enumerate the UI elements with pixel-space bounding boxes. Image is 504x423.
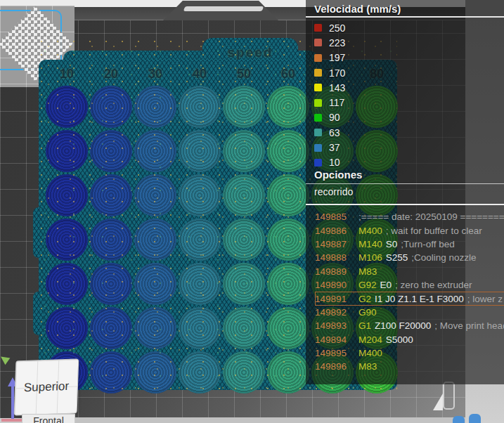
legend-item: 37 xyxy=(314,140,345,155)
plate-column-label: 40 xyxy=(179,67,221,82)
legend-color-swatch xyxy=(314,24,322,32)
speed-test-circle xyxy=(134,86,176,128)
speed-test-circle xyxy=(267,86,309,128)
gcode-token-comment: ; Move print head xyxy=(434,320,504,331)
plate-column-label: 10 xyxy=(46,67,88,82)
gcode-line[interactable]: 149895M400 xyxy=(315,346,504,360)
speed-test-circle xyxy=(46,174,88,216)
legend-color-swatch xyxy=(314,114,322,122)
gcode-line[interactable]: 149887M140S0;Turn-off bed xyxy=(315,237,504,251)
option-recorrido[interactable]: recorrido xyxy=(314,186,353,197)
speed-test-circle xyxy=(223,263,265,305)
navcube-face-front[interactable]: Frontal xyxy=(22,415,75,423)
gcode-token-cmd: G90 xyxy=(358,307,377,318)
navcube-face-top[interactable]: Superior xyxy=(15,359,79,415)
legend-item: 63 xyxy=(314,125,345,140)
speed-test-circle xyxy=(90,174,132,216)
legend-color-swatch xyxy=(314,159,322,167)
gcode-line-selected[interactable]: 149891G2I1 J0 Z1.1 E-1 F3000; lower z a xyxy=(315,292,504,305)
gcode-line[interactable]: 149896M83 xyxy=(315,360,504,373)
bottom-toolbar-icon[interactable] xyxy=(453,416,465,423)
gcode-token-comment: ; wait for buffer to clear xyxy=(386,226,482,236)
gcode-line-text: G1Z100 F20000; Move print head xyxy=(358,320,504,331)
gcode-token-cmd: M400 xyxy=(358,226,382,236)
speed-test-circle xyxy=(223,219,265,261)
gcode-line-number: 149894 xyxy=(315,334,350,345)
gcode-token-comment: ;===== date: 20250109 ========== xyxy=(358,212,504,222)
legend-color-swatch xyxy=(314,69,322,77)
legend-item: 223 xyxy=(314,35,345,50)
y-axis-arrow-icon xyxy=(0,353,10,365)
gcode-token-comment: ; zero the extruder xyxy=(395,280,472,290)
bed-front-edge xyxy=(49,417,465,423)
z-axis-arrow-icon xyxy=(11,385,14,420)
gcode-line-text: M400; wait for buffer to clear xyxy=(358,226,486,236)
gcode-line[interactable]: 149894M204S5000 xyxy=(315,333,504,346)
speed-test-circle xyxy=(90,351,132,393)
gcode-line-number: 149892 xyxy=(315,307,350,318)
gcode-line[interactable]: 149892G90 xyxy=(315,306,504,319)
gcode-line[interactable]: 149890G92E0; zero the extruder xyxy=(315,278,504,292)
gcode-token-cmd: M83 xyxy=(358,361,377,372)
gcode-line-text: M400 xyxy=(358,348,386,358)
gcode-line[interactable]: 149888M106S255;Cooling nozzle xyxy=(315,251,504,264)
plate-column-label: 50 xyxy=(223,67,265,82)
gcode-token-param: S5000 xyxy=(386,334,413,345)
legend-value: 170 xyxy=(329,67,345,79)
gcode-line-number: 149886 xyxy=(315,226,350,236)
legend-color-swatch xyxy=(314,129,322,136)
bottom-toolbar-icon[interactable] xyxy=(469,414,481,423)
speed-test-circle xyxy=(46,219,88,261)
speed-test-circle xyxy=(179,263,221,305)
divider xyxy=(306,16,504,18)
legend-item: 90 xyxy=(314,110,345,125)
orientation-navcube: Superior Frontal xyxy=(0,351,81,423)
legend-value: 10 xyxy=(329,157,340,168)
speed-legend-list: 25022319717014311790633710 xyxy=(314,20,345,170)
gcode-line-number: 149896 xyxy=(315,361,350,372)
legend-item: 197 xyxy=(314,51,345,65)
speed-test-circle xyxy=(223,351,265,393)
gcode-token-cmd: M140 xyxy=(358,239,382,249)
legend-value: 223 xyxy=(329,37,345,48)
gcode-token-param: I1 J0 Z1.1 E-1 F3000 xyxy=(375,294,464,304)
gcode-line[interactable]: 149889M83 xyxy=(315,265,504,278)
navcube-front-label: Frontal xyxy=(22,415,75,423)
gcode-line[interactable]: 149893G1Z100 F20000; Move print head xyxy=(315,319,504,332)
speed-test-circle xyxy=(267,219,309,261)
legend-item: 10 xyxy=(314,155,345,170)
speed-test-circle xyxy=(223,86,265,128)
legend-color-swatch xyxy=(314,84,322,91)
speed-test-circle xyxy=(267,130,309,172)
speed-test-circle xyxy=(179,174,221,216)
speed-test-circle xyxy=(267,351,309,393)
gcode-token-comment: ;Cooling nozzle xyxy=(411,252,476,263)
speed-test-circle xyxy=(134,263,176,305)
speed-test-circle xyxy=(134,174,176,216)
legend-item: 170 xyxy=(314,65,345,80)
speed-test-circle xyxy=(134,351,176,393)
speed-test-circle xyxy=(90,263,132,305)
gcode-line[interactable]: 149886M400; wait for buffer to clear xyxy=(315,223,504,237)
speed-test-circle xyxy=(267,263,309,305)
gcode-line-number: 149887 xyxy=(315,239,350,249)
speed-test-circle xyxy=(90,219,132,261)
gcode-token-param: S0 xyxy=(386,239,398,249)
gcode-token-param: S255 xyxy=(386,252,408,263)
legend-value: 143 xyxy=(329,82,345,93)
gcode-token-param: E0 xyxy=(380,280,392,290)
legend-color-swatch xyxy=(314,54,322,62)
speed-test-circle xyxy=(46,86,88,128)
plate-column-label: 60 xyxy=(267,67,309,82)
preview-legend-panel: Velocidad (mm/s) 25022319717014311790633… xyxy=(306,0,504,384)
gcode-line-number: 149888 xyxy=(315,252,350,263)
speed-test-circle xyxy=(179,130,221,172)
divider xyxy=(306,183,504,184)
legend-item: 117 xyxy=(314,95,345,110)
speed-test-circle xyxy=(90,86,132,128)
legend-item: 250 xyxy=(314,20,345,35)
speed-test-circle xyxy=(223,174,265,216)
gcode-line-number: 149890 xyxy=(315,280,350,290)
gcode-line[interactable]: 149885;===== date: 20250109 ========== xyxy=(315,210,504,223)
legend-value: 63 xyxy=(329,127,340,138)
